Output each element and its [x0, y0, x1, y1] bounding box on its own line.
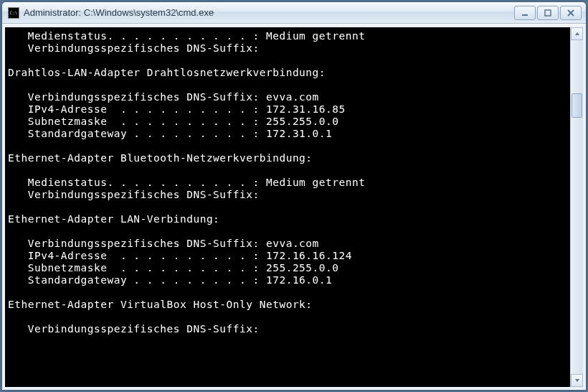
cmd-window: Administrator: C:\Windows\system32\cmd.e… [1, 1, 587, 391]
close-icon [567, 9, 574, 17]
scrollbar-thumb[interactable] [572, 93, 582, 118]
scroll-up-button[interactable] [571, 27, 583, 40]
cmd-icon [8, 7, 19, 19]
scroll-down-button[interactable] [571, 374, 583, 387]
window-controls [514, 6, 582, 20]
console-output: Medienstatus. . . . . . . . . . . : Medi… [5, 27, 570, 387]
close-button[interactable] [560, 6, 582, 20]
titlebar[interactable]: Administrator: C:\Windows\system32\cmd.e… [2, 2, 586, 24]
client-area: Medienstatus. . . . . . . . . . . : Medi… [2, 24, 586, 390]
minimize-icon [521, 9, 528, 17]
chevron-down-icon [574, 378, 580, 383]
scrollbar-track[interactable] [571, 40, 583, 374]
svg-rect-0 [522, 14, 528, 16]
minimize-button[interactable] [514, 6, 536, 20]
chevron-up-icon [574, 31, 580, 37]
window-title: Administrator: C:\Windows\system32\cmd.e… [24, 7, 514, 18]
vertical-scrollbar[interactable] [570, 27, 583, 387]
maximize-button[interactable] [537, 6, 559, 20]
svg-rect-1 [545, 10, 551, 16]
maximize-icon [544, 9, 551, 17]
